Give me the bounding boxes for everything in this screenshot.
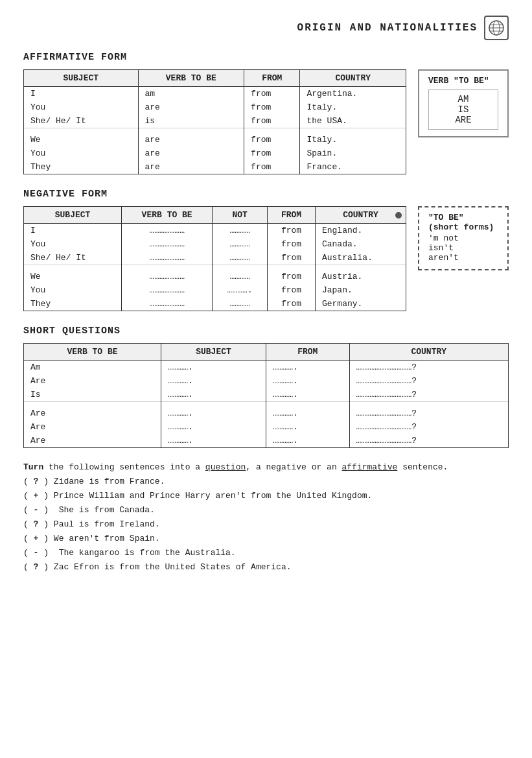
col-subject: SUBJECT: [24, 70, 139, 87]
col-country: COUNTRY: [300, 70, 406, 87]
affirmative-header-row: SUBJECT VERB TO BE FROM COUNTRY: [24, 70, 406, 87]
sentences-intro: Turn the following sentences into a ques…: [23, 462, 509, 472]
negative-layout: SUBJECT VERB TO BE NOT FROM COUNTRY I ………: [23, 206, 509, 311]
table-row: They are from France.: [24, 160, 406, 174]
verb-tobe-box: VERB "TO BE" AMISARE: [418, 69, 509, 137]
verb-tobe-inner: AMISARE: [428, 89, 498, 130]
table-row: I am from Argentina.: [24, 87, 406, 101]
neg-col-not: NOT: [213, 207, 268, 224]
sentence-1: ( ? ) Zidane is from France.: [23, 477, 509, 486]
table-row: Am …………. …………. ……………………………?: [24, 361, 509, 375]
sentence-2: ( + ) Prince William and Prince Harry ar…: [23, 491, 509, 501]
sentence-5: ( + ) We aren't from Spain.: [23, 534, 509, 543]
negative-table-wrap: SUBJECT VERB TO BE NOT FROM COUNTRY I ………: [23, 206, 406, 311]
short-questions-table: VERB TO BE SUBJECT FROM COUNTRY Am ………….…: [23, 343, 509, 448]
table-row: Are …………. …………. ……………………………?: [24, 434, 509, 448]
sentences-section: Turn the following sentences into a ques…: [23, 462, 509, 572]
neg-col-country: COUNTRY: [315, 207, 406, 224]
shortq-col-subject: SUBJECT: [161, 344, 266, 361]
table-row: Are …………. …………. ……………………………?: [24, 374, 509, 388]
sentence-6: ( - ) The kangaroo is from the Australia…: [23, 548, 509, 558]
negative-table: SUBJECT VERB TO BE NOT FROM COUNTRY I ………: [23, 206, 406, 311]
table-row: You are from Spain.: [24, 147, 406, 160]
globe-icon: [484, 16, 509, 40]
col-verb: VERB TO BE: [138, 70, 244, 87]
affirmative-layout: SUBJECT VERB TO BE FROM COUNTRY I am fro…: [23, 69, 509, 174]
title-text: ORIGIN AND NATIONALITIES: [297, 22, 478, 34]
neg-col-from: FROM: [268, 207, 316, 224]
table-row: Is …………. …………. ……………………………?: [24, 388, 509, 402]
table-row: You are from Italy.: [24, 101, 406, 114]
table-row: I ………………… ………… from England.: [24, 224, 406, 238]
table-row: She/ He/ It ………………… ………… from Australia.: [24, 251, 406, 265]
short-forms-items: 'm notisn'taren't: [428, 233, 498, 263]
short-questions-section-title: SHORT QUESTIONS: [23, 326, 509, 337]
table-row: She/ He/ It is from the USA.: [24, 114, 406, 128]
short-questions-layout: VERB TO BE SUBJECT FROM COUNTRY Am ………….…: [23, 343, 509, 448]
short-forms-title: "TO BE"(short forms): [428, 213, 498, 232]
table-row: They ………………… ………… from Germany.: [24, 297, 406, 311]
table-row-spacer: We ………………… ………… from Austria.: [24, 265, 406, 284]
col-from: FROM: [244, 70, 300, 87]
negative-header-row: SUBJECT VERB TO BE NOT FROM COUNTRY: [24, 207, 406, 224]
sentence-7: ( ? ) Zac Efron is from the United State…: [23, 562, 509, 572]
table-row-spacer: We are from Italy.: [24, 128, 406, 147]
sentence-4: ( ? ) Paul is from Ireland.: [23, 519, 509, 529]
short-forms-box: "TO BE"(short forms) 'm notisn'taren't: [418, 206, 509, 270]
sentence-3: ( - ) She is from Canada.: [23, 505, 509, 515]
page-title: ORIGIN AND NATIONALITIES: [23, 16, 509, 40]
affirmative-table: SUBJECT VERB TO BE FROM COUNTRY I am fro…: [23, 69, 406, 174]
shortq-col-country: COUNTRY: [349, 344, 509, 361]
shortq-col-verb: VERB TO BE: [24, 344, 161, 361]
table-row: Are …………. …………. ……………………………?: [24, 420, 509, 434]
table-row: You ………………… ………… from Canada.: [24, 237, 406, 251]
negative-section-title: NEGATIVE FORM: [23, 189, 509, 200]
affirmative-section-title: AFFIRMATIVE FORM: [23, 52, 509, 63]
affirmative-table-wrap: SUBJECT VERB TO BE FROM COUNTRY I am fro…: [23, 69, 406, 174]
shortq-col-from: FROM: [266, 344, 349, 361]
table-row-spacer: Are …………. …………. ……………………………?: [24, 402, 509, 421]
neg-col-verb: VERB TO BE: [122, 207, 213, 224]
neg-col-subject: SUBJECT: [24, 207, 122, 224]
shortq-header-row: VERB TO BE SUBJECT FROM COUNTRY: [24, 344, 509, 361]
negative-side-area: "TO BE"(short forms) 'm notisn'taren't: [418, 206, 509, 270]
affirmative-side-area: VERB "TO BE" AMISARE: [418, 69, 509, 137]
table-row: You ………………… …………. from Japan.: [24, 283, 406, 297]
verb-tobe-title: VERB "TO BE": [428, 76, 498, 86]
